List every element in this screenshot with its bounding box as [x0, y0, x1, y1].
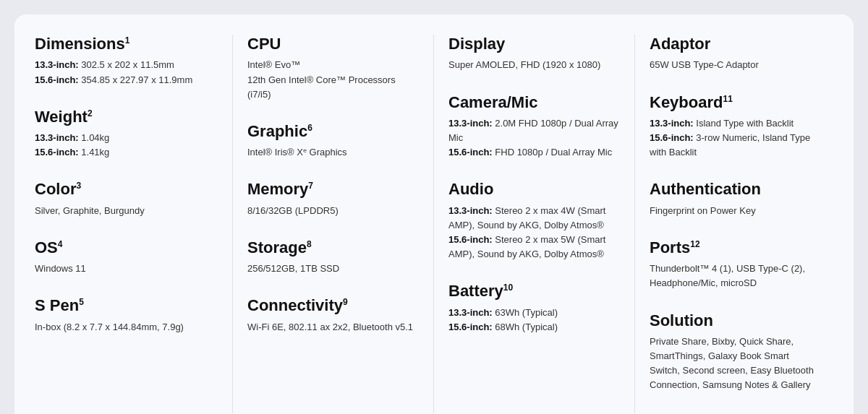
spec-line: 13.3-inch: 1.04kg	[35, 131, 218, 145]
spec-line: Wi-Fi 6E, 802.11 ax 2x2, Bluetooth v5.1	[247, 320, 419, 335]
body-camera: 13.3-inch: 2.0M FHD 1080p / Dual Array M…	[448, 116, 620, 160]
column-col1: Dimensions113.3-inch: 302.5 x 202 x 11.5…	[32, 35, 233, 413]
column-col4: Adaptor65W USB Type-C AdaptorKeyboard111…	[635, 35, 836, 413]
section-solution: SolutionPrivate Share, Bixby, Quick Shar…	[650, 311, 822, 393]
section-battery: Battery1013.3-inch: 63Wh (Typical)15.6-i…	[448, 282, 620, 335]
body-cpu: Intel® Evo™12th Gen Intel® Core™ Process…	[247, 58, 419, 101]
spec-line: Thunderbolt™ 4 (1), USB Type-C (2), Head…	[650, 262, 822, 290]
section-keyboard: Keyboard1113.3-inch: Island Type with Ba…	[650, 93, 822, 160]
section-storage: Storage8256/512GB, 1TB SSD	[247, 238, 419, 277]
title-color: Color3	[35, 180, 218, 199]
section-dimensions: Dimensions113.3-inch: 302.5 x 202 x 11.5…	[35, 35, 218, 87]
spec-line: 15.6-inch: FHD 1080p / Dual Array Mic	[448, 145, 620, 160]
body-ports: Thunderbolt™ 4 (1), USB Type-C (2), Head…	[650, 262, 822, 290]
body-display: Super AMOLED, FHD (1920 x 1080)	[448, 58, 620, 72]
spec-line: 13.3-inch: Island Type with Backlit	[650, 116, 822, 131]
title-dimensions: Dimensions1	[35, 35, 218, 53]
body-weight: 13.3-inch: 1.04kg15.6-inch: 1.41kg	[35, 131, 218, 160]
spec-line: 8/16/32GB (LPDDR5)	[247, 204, 419, 218]
body-memory: 8/16/32GB (LPDDR5)	[247, 204, 419, 218]
spec-line: 15.6-inch: Stereo 2 x max 5W (Smart AMP)…	[448, 233, 620, 262]
spec-line: Super AMOLED, FHD (1920 x 1080)	[448, 58, 620, 72]
title-cpu: CPU	[247, 35, 419, 53]
title-keyboard: Keyboard11	[650, 93, 822, 112]
title-weight: Weight2	[35, 108, 218, 126]
section-cpu: CPUIntel® Evo™12th Gen Intel® Core™ Proc…	[247, 35, 419, 102]
spec-line: 15.6-inch: 3-row Numeric, Island Type wi…	[650, 131, 822, 160]
body-graphic: Intel® Iris® Xᵉ Graphics	[247, 145, 419, 160]
body-dimensions: 13.3-inch: 302.5 x 202 x 11.5mm15.6-inch…	[35, 58, 218, 87]
body-audio: 13.3-inch: Stereo 2 x max 4W (Smart AMP)…	[448, 204, 620, 262]
title-memory: Memory7	[247, 180, 419, 199]
section-audio: Audio13.3-inch: Stereo 2 x max 4W (Smart…	[448, 180, 620, 262]
body-os: Windows 11	[35, 262, 218, 276]
body-connectivity: Wi-Fi 6E, 802.11 ax 2x2, Bluetooth v5.1	[247, 320, 419, 335]
section-ports: Ports12Thunderbolt™ 4 (1), USB Type-C (2…	[650, 238, 822, 291]
body-color: Silver, Graphite, Burgundy	[35, 204, 218, 218]
body-spen: In-box (8.2 x 7.7 x 144.84mm, 7.9g)	[35, 320, 218, 335]
spec-line: Intel® Iris® Xᵉ Graphics	[247, 145, 419, 160]
section-memory: Memory78/16/32GB (LPDDR5)	[247, 180, 419, 218]
section-os: OS4Windows 11	[35, 238, 218, 277]
body-adaptor: 65W USB Type-C Adaptor	[650, 58, 822, 72]
title-os: OS4	[35, 238, 218, 257]
spec-line: 15.6-inch: 68Wh (Typical)	[448, 320, 620, 335]
title-graphic: Graphic6	[247, 122, 419, 141]
spec-line: 256/512GB, 1TB SSD	[247, 262, 419, 276]
body-authentication: Fingerprint on Power Key	[650, 204, 822, 218]
section-weight: Weight213.3-inch: 1.04kg15.6-inch: 1.41k…	[35, 108, 218, 160]
spec-line: 65W USB Type-C Adaptor	[650, 58, 822, 72]
section-display: DisplaySuper AMOLED, FHD (1920 x 1080)	[448, 35, 620, 73]
title-adaptor: Adaptor	[650, 35, 822, 53]
section-authentication: AuthenticationFingerprint on Power Key	[650, 180, 822, 218]
section-graphic: Graphic6Intel® Iris® Xᵉ Graphics	[247, 122, 419, 160]
spec-line: 13.3-inch: 2.0M FHD 1080p / Dual Array M…	[448, 116, 620, 145]
section-connectivity: Connectivity9Wi-Fi 6E, 802.11 ax 2x2, Bl…	[247, 296, 419, 335]
spec-line: Windows 11	[35, 262, 218, 276]
spec-line: Intel® Evo™	[247, 58, 419, 72]
spec-line: 13.3-inch: 302.5 x 202 x 11.5mm	[35, 58, 218, 72]
body-keyboard: 13.3-inch: Island Type with Backlit15.6-…	[650, 116, 822, 160]
title-audio: Audio	[448, 180, 620, 199]
column-col2: CPUIntel® Evo™12th Gen Intel® Core™ Proc…	[233, 35, 434, 413]
title-authentication: Authentication	[650, 180, 822, 199]
title-camera: Camera/Mic	[448, 93, 620, 112]
spec-line: Private Share, Bixby, Quick Share, Smart…	[650, 335, 822, 393]
spec-line: 13.3-inch: Stereo 2 x max 4W (Smart AMP)…	[448, 204, 620, 233]
body-storage: 256/512GB, 1TB SSD	[247, 262, 419, 276]
section-adaptor: Adaptor65W USB Type-C Adaptor	[650, 35, 822, 73]
spec-card: Dimensions113.3-inch: 302.5 x 202 x 11.5…	[14, 14, 854, 414]
section-camera: Camera/Mic13.3-inch: 2.0M FHD 1080p / Du…	[448, 93, 620, 160]
spec-line: 12th Gen Intel® Core™ Processors (i7/i5)	[247, 73, 419, 102]
spec-line: 15.6-inch: 354.85 x 227.97 x 11.9mm	[35, 73, 218, 87]
spec-line: Fingerprint on Power Key	[650, 204, 822, 218]
title-spen: S Pen5	[35, 296, 218, 315]
title-ports: Ports12	[650, 238, 822, 257]
title-connectivity: Connectivity9	[247, 296, 419, 315]
title-display: Display	[448, 35, 620, 53]
title-solution: Solution	[650, 311, 822, 330]
body-battery: 13.3-inch: 63Wh (Typical)15.6-inch: 68Wh…	[448, 306, 620, 335]
section-color: Color3Silver, Graphite, Burgundy	[35, 180, 218, 218]
spec-line: 13.3-inch: 63Wh (Typical)	[448, 306, 620, 320]
title-battery: Battery10	[448, 282, 620, 301]
spec-line: Silver, Graphite, Burgundy	[35, 204, 218, 218]
spec-line: 15.6-inch: 1.41kg	[35, 145, 218, 160]
spec-line: In-box (8.2 x 7.7 x 144.84mm, 7.9g)	[35, 320, 218, 335]
body-solution: Private Share, Bixby, Quick Share, Smart…	[650, 335, 822, 393]
column-col3: DisplaySuper AMOLED, FHD (1920 x 1080)Ca…	[434, 35, 635, 413]
title-storage: Storage8	[247, 238, 419, 257]
section-spen: S Pen5In-box (8.2 x 7.7 x 144.84mm, 7.9g…	[35, 296, 218, 335]
